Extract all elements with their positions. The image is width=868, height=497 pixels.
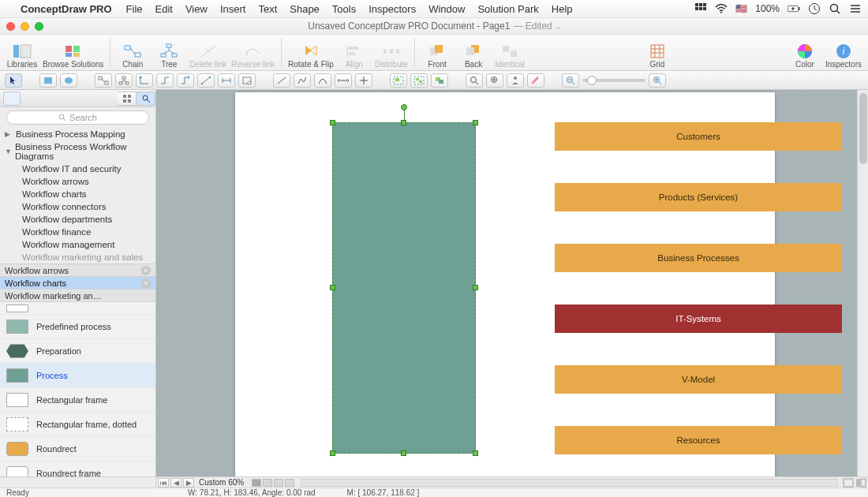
tree-child[interactable]: Workflow finance [0, 226, 155, 238]
battery-icon[interactable] [788, 2, 800, 15]
battery-percent[interactable]: 100% [755, 3, 780, 14]
browse-solutions-button[interactable]: Browse Solutions [43, 43, 103, 69]
zoom-in-button[interactable] [649, 73, 666, 88]
tree-node-workflow[interactable]: ▼Business Process Workflow Diagrams [0, 140, 155, 163]
menu-tools[interactable]: Tools [332, 3, 356, 15]
menu-edit[interactable]: Edit [155, 3, 173, 15]
group-1[interactable] [390, 73, 407, 88]
page[interactable]: Customers Products (Services) Business P… [235, 92, 775, 476]
tree-child[interactable]: Workflow departments [0, 213, 155, 226]
window-close-button[interactable] [6, 22, 15, 31]
selected-shape[interactable] [332, 122, 476, 454]
tree-button[interactable]: Tree [153, 43, 185, 69]
tree-child[interactable]: Workflow IT and security [0, 163, 155, 175]
connector-2[interactable] [115, 73, 133, 88]
close-icon[interactable]: × [141, 266, 151, 275]
nav-prev[interactable]: ◀ [170, 478, 181, 488]
connector-5[interactable] [177, 73, 194, 88]
spotlight-icon[interactable] [829, 2, 841, 15]
curve-tool[interactable] [314, 73, 331, 88]
resize-handle[interactable] [401, 450, 406, 456]
rotate-flip-button[interactable]: Rotate & Flip [288, 43, 334, 69]
resize-handle[interactable] [401, 120, 406, 125]
menu-shape[interactable]: Shape [290, 3, 320, 15]
app-name[interactable]: ConceptDraw PRO [21, 3, 112, 15]
shape-row[interactable]: Preparation [0, 339, 155, 364]
shape-row-selected[interactable]: Process [0, 364, 155, 388]
resize-handle[interactable] [330, 285, 335, 290]
person-tool[interactable] [507, 73, 524, 88]
color-button[interactable]: Color [789, 43, 821, 69]
nav-next[interactable]: ▶ [183, 478, 194, 488]
horizontal-scrollbar[interactable] [301, 479, 838, 487]
ellipse-tool[interactable] [60, 73, 77, 88]
shape-row[interactable]: Rectangular frame, dotted [0, 413, 155, 437]
resize-handle[interactable] [473, 450, 478, 456]
inspectors-button[interactable]: iInspectors [825, 43, 862, 69]
zoom-label[interactable]: Custom 60% [199, 478, 244, 487]
arrow-h-tool[interactable] [335, 73, 352, 88]
menu-help[interactable]: Help [552, 3, 573, 15]
shape-row[interactable]: Roundrect frame [0, 462, 155, 476]
shape-row-partial[interactable] [0, 302, 155, 315]
tree-child[interactable]: Workflow charts [0, 188, 155, 200]
menu-icon[interactable] [849, 2, 862, 15]
connector-4[interactable] [156, 73, 174, 88]
zoom-fit-tool[interactable] [486, 73, 503, 88]
menu-file[interactable]: File [126, 3, 143, 15]
group-2[interactable] [410, 73, 428, 88]
menu-insert[interactable]: Insert [220, 3, 246, 15]
block-vmodel[interactable]: V-Model [555, 365, 842, 394]
corner-icon-2[interactable] [855, 478, 866, 488]
resize-handle[interactable] [473, 285, 478, 290]
menu-window[interactable]: Window [428, 3, 465, 15]
resize-handle[interactable] [473, 120, 478, 125]
vertical-scrollbar[interactable] [857, 90, 868, 476]
back-button[interactable]: Back [458, 43, 489, 69]
block-resources[interactable]: Resources [555, 426, 842, 454]
zoom-out-button[interactable] [562, 73, 579, 88]
resize-handle[interactable] [330, 120, 335, 125]
resize-handle[interactable] [330, 450, 335, 456]
connector-7[interactable] [218, 73, 235, 88]
tree-child[interactable]: Workflow arrows [0, 175, 155, 188]
tree-child[interactable]: Workflow marketing and sales [0, 251, 155, 263]
tree-node-mapping[interactable]: ▶Business Process Mapping [0, 128, 155, 140]
search-view-button[interactable] [137, 92, 155, 106]
block-products[interactable]: Products (Services) [555, 183, 842, 211]
pointer-tool[interactable] [5, 73, 22, 88]
canvas[interactable]: Customers Products (Services) Business P… [156, 90, 868, 476]
tree-child[interactable]: Workflow connectors [0, 200, 155, 213]
rect-tool[interactable] [39, 73, 57, 88]
library-view-icon[interactable] [3, 92, 21, 106]
tree-child[interactable]: Workflow management [0, 238, 155, 251]
page-tabs[interactable] [252, 479, 296, 487]
front-button[interactable]: Front [421, 43, 453, 69]
wifi-icon[interactable] [715, 2, 728, 15]
rotate-handle[interactable] [401, 104, 407, 110]
lib-tab-charts[interactable]: Workflow charts× [0, 277, 155, 290]
connector-3[interactable] [136, 73, 153, 88]
window-minimize-button[interactable] [21, 22, 29, 31]
shape-row[interactable]: Predefined process [0, 315, 155, 339]
grid-view-button[interactable] [118, 92, 137, 106]
block-customers[interactable]: Customers [555, 122, 842, 151]
menu-view[interactable]: View [185, 3, 208, 15]
close-icon[interactable]: × [141, 278, 151, 288]
block-itsystems[interactable]: IT-Systems [555, 305, 842, 333]
flag-icon[interactable]: 🇺🇸 [735, 3, 747, 14]
edit-tool[interactable] [527, 73, 544, 88]
menu-solution-park[interactable]: Solution Park [477, 3, 538, 15]
clock-icon[interactable] [808, 2, 821, 15]
shape-row[interactable]: Rectangular frame [0, 388, 155, 413]
block-processes[interactable]: Business Processes [555, 244, 842, 272]
menu-text[interactable]: Text [258, 3, 277, 15]
connector-6[interactable] [197, 73, 215, 88]
window-maximize-button[interactable] [35, 22, 43, 31]
group-3[interactable] [431, 73, 448, 88]
zoom-in-tool[interactable] [466, 73, 483, 88]
lib-tab-marketing[interactable]: Workflow marketing an… [0, 290, 155, 302]
search-input[interactable]: Search [6, 110, 149, 125]
corner-icon-1[interactable] [843, 478, 854, 488]
polyline-tool[interactable] [294, 73, 311, 88]
